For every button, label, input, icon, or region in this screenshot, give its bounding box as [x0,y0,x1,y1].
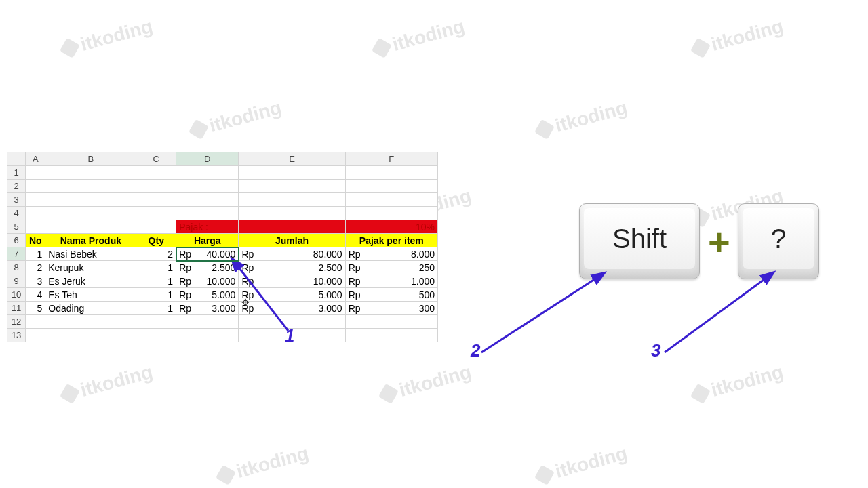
row-header[interactable]: 8 [7,261,26,274]
header-qty[interactable]: Qty [136,234,176,247]
watermark: itkoding [189,97,283,142]
row-header[interactable]: 12 [7,315,26,329]
plus-icon: + [708,220,730,264]
row-header[interactable]: 7 [7,247,26,261]
svg-line-1 [481,278,597,352]
selected-cell-D7[interactable]: Rp40.000 [176,247,239,261]
callout-3: 3 [651,340,660,361]
col-header-C[interactable]: C [136,152,176,166]
callout-2: 2 [471,340,480,361]
header-nama[interactable]: Nama Produk [45,234,136,247]
row-header[interactable]: 9 [7,274,26,288]
row-header[interactable]: 4 [7,207,26,220]
pajak-value-cell[interactable]: 10% [345,220,437,234]
callout-arrow-2 [475,271,624,366]
second-key: ? [738,203,819,279]
row-header[interactable]: 5 [7,220,26,234]
watermark: itkoding [60,361,155,406]
shift-key-label: Shift [612,224,667,254]
row-header[interactable]: 2 [7,180,26,193]
row-header[interactable]: 13 [7,329,26,342]
col-header-B[interactable]: B [45,152,136,166]
col-header-D[interactable]: D [176,152,239,166]
shift-key: Shift [579,203,700,279]
svg-line-0 [237,266,288,331]
table-row[interactable]: 7 1 Nasi Bebek 2 Rp40.000 Rp80.000 Rp8.0… [7,247,438,261]
watermark: itkoding [216,443,311,487]
pajak-label-cell[interactable]: Pajak : [176,220,239,234]
second-key-label: ? [771,224,786,254]
watermark: itkoding [372,16,467,60]
table-row[interactable]: 8 2 Kerupuk 1 Rp2.500 Rp2.500 Rp250 [7,261,438,274]
header-jumlah[interactable]: Jumlah [239,234,345,247]
table-row[interactable]: 10 4 Es Teh 1 Rp5.000 Rp5.000 Rp500 [7,288,438,302]
watermark: itkoding [378,361,473,406]
row-header[interactable]: 10 [7,288,26,302]
watermark: itkoding [534,97,629,142]
col-header-F[interactable]: F [345,152,437,166]
table-row[interactable]: 9 3 Es Jeruk 1 Rp10.000 Rp10.000 Rp1.000 [7,274,438,288]
callout-1: 1 [285,325,294,346]
row-header[interactable]: 3 [7,193,26,207]
table-row[interactable]: 11 5 Odading 1 Rp3.000 Rp3.000 Rp300 [7,302,438,315]
col-header-E[interactable]: E [239,152,345,166]
svg-line-2 [665,278,766,352]
watermark: itkoding [690,16,785,60]
header-pajak[interactable]: Pajak per item [345,234,437,247]
spreadsheet[interactable]: A B C D E F 1 2 3 4 5 Pajak : 10% 6 No N… [7,152,438,342]
watermark: itkoding [60,16,155,60]
callout-arrow-3 [658,271,793,366]
col-header-A[interactable]: A [26,152,45,166]
header-harga[interactable]: Harga [176,234,239,247]
row-header[interactable]: 1 [7,166,26,180]
watermark: itkoding [690,361,785,406]
watermark: itkoding [534,443,629,487]
row-header[interactable]: 11 [7,302,26,315]
header-no[interactable]: No [26,234,45,247]
select-all-corner[interactable] [7,152,26,166]
row-header[interactable]: 6 [7,234,26,247]
